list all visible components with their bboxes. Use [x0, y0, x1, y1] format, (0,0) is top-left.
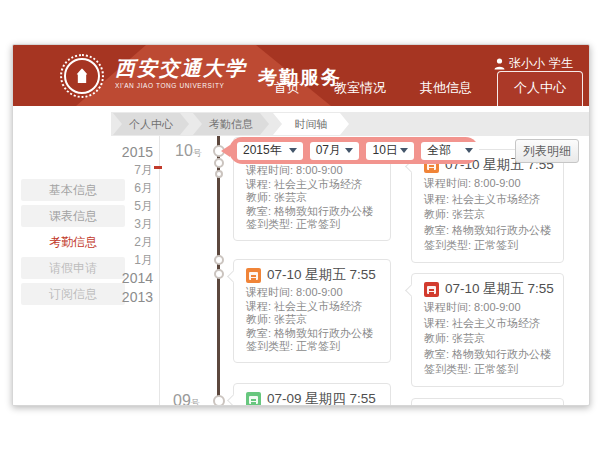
- card-date: 07-09 星期四 7:55: [267, 390, 376, 406]
- breadcrumb-timeline[interactable]: 时间轴: [273, 113, 349, 135]
- user-icon: [494, 58, 505, 70]
- user-account[interactable]: 张小小 学生: [494, 55, 573, 72]
- chevron-down-icon: [465, 148, 473, 153]
- nav-item-home[interactable]: 首页: [257, 79, 317, 106]
- timeline-nav-february[interactable]: 2月: [73, 234, 153, 251]
- chevron-down-icon: [289, 148, 297, 153]
- timeline-nav-may[interactable]: 5月: [73, 198, 153, 215]
- day-label-10: 10号: [175, 142, 202, 160]
- attendance-card-row2-left: 07-10 星期五 7:55 课程时间: 8:00-9:00 课程: 社会主义市…: [233, 259, 391, 363]
- card-field-course-time: 课程时间: 8:00-9:00: [424, 300, 551, 316]
- breadcrumb: 个人中心 考勤信息 时间轴: [111, 112, 589, 136]
- attendance-card-row2-right: 07-10 星期五 7:55 课程时间: 8:00-9:00 课程: 社会主义市…: [411, 273, 564, 387]
- university-name-cn: 西安交通大学: [115, 56, 247, 80]
- card-pointer: [227, 270, 240, 283]
- card-field-course-time: 课程时间: 8:00-9:00: [424, 176, 551, 192]
- filter-bar-pointer: [221, 145, 230, 157]
- university-name-en: XI'AN JIAO TONG UNIVERSITY: [115, 82, 247, 89]
- timeline-nav-2014[interactable]: 2014: [73, 270, 153, 286]
- user-role: 学生: [549, 55, 573, 72]
- card-field-course: 课程: 社会主义市场经济: [424, 316, 551, 332]
- timeline-node: [214, 158, 224, 168]
- card-pointer: [227, 394, 240, 406]
- timeline-node: [213, 395, 225, 406]
- timeline-node: [215, 170, 223, 178]
- card-field-course-time: 课程时间: 8:00-9:00: [246, 164, 378, 178]
- list-detail-button[interactable]: 列表明细: [515, 139, 579, 163]
- timeline-nav-2013[interactable]: 2013: [73, 289, 153, 305]
- breadcrumb-attendance-info[interactable]: 考勤信息: [193, 113, 269, 135]
- card-field-classroom: 教室: 格物致知行政办公楼: [424, 223, 551, 239]
- attendance-status-icon: [246, 268, 261, 283]
- chevron-down-icon: [400, 148, 408, 153]
- day-dropdown[interactable]: 10日: [366, 142, 414, 160]
- timeline-nav-july[interactable]: 7月: [73, 162, 153, 179]
- nav-item-classrooms[interactable]: 教室情况: [317, 79, 403, 106]
- type-dropdown[interactable]: 全部: [421, 142, 479, 160]
- user-name: 张小小: [509, 55, 545, 72]
- card-field-teacher: 教师: 张芸京: [246, 313, 378, 327]
- card-field-checkin-type: 签到类型: 正常签到: [424, 238, 551, 254]
- card-field-teacher: 教师: 张芸京: [246, 191, 378, 205]
- timeline-node: [214, 269, 224, 279]
- card-field-teacher: 教师: 张芸京: [424, 331, 551, 347]
- card-field-course: 课程: 社会主义市场经济: [424, 192, 551, 208]
- attendance-status-icon: [424, 282, 439, 297]
- chevron-down-icon: [345, 148, 353, 153]
- card-field-classroom: 教室: 格物致知行政办公楼: [246, 205, 378, 219]
- card-field-checkin-type: 签到类型: 正常签到: [246, 218, 378, 232]
- card-field-course: 课程: 社会主义市场经济: [246, 300, 378, 314]
- day-label-09: 09号: [173, 392, 200, 406]
- timeline-nav-march[interactable]: 3月: [73, 216, 153, 233]
- breadcrumb-personal-center[interactable]: 个人中心: [113, 113, 189, 135]
- card-field-teacher: 教师: 张芸京: [424, 207, 551, 223]
- card-date: 07-10 星期五 7:55: [445, 280, 554, 298]
- card-field-classroom: 教室: 格物致知行政办公楼: [424, 347, 551, 363]
- nav-tab-personal-center[interactable]: 个人中心: [497, 71, 583, 106]
- card-field-classroom: 教室: 格物致知行政办公楼: [246, 327, 378, 341]
- timeline-nav-june[interactable]: 6月: [73, 180, 153, 197]
- timeline-nav-divider: [159, 136, 160, 405]
- attendance-card-row1-right: 07-10 星期五 7:55 课程时间: 8:00-9:00 课程: 社会主义市…: [411, 149, 564, 263]
- card-field-checkin-type: 签到类型: 正常签到: [246, 340, 378, 354]
- nav-item-other-info[interactable]: 其他信息: [403, 79, 489, 106]
- university-logo-icon: [60, 54, 104, 98]
- card-date: 07-10 星期五 7:55: [267, 266, 376, 284]
- main-nav: 首页 教室情况 其他信息 个人中心: [257, 71, 587, 106]
- year-dropdown[interactable]: 2015年: [237, 142, 303, 160]
- timeline-node: [214, 255, 224, 265]
- filter-bar: 2015年 07月 10日 全部: [229, 137, 479, 164]
- card-field-course-time: 课程时间: 8:00-9:00: [246, 286, 378, 300]
- timeline-nav-2015[interactable]: 2015: [73, 144, 153, 160]
- university-name-block: 西安交通大学 XI'AN JIAO TONG UNIVERSITY: [115, 56, 247, 89]
- app-header: 西安交通大学 XI'AN JIAO TONG UNIVERSITY 考勤服务 张…: [13, 45, 589, 106]
- card-pointer: [405, 284, 418, 297]
- timeline-nav-january[interactable]: 1月: [73, 252, 153, 269]
- current-month-marker: [154, 166, 162, 169]
- card-field-course: 课程: 社会主义市场经济: [246, 178, 378, 192]
- month-dropdown[interactable]: 07月: [310, 142, 360, 160]
- card-field-checkin-type: 签到类型: 正常签到: [424, 362, 551, 378]
- attendance-card-row3-right: [411, 398, 564, 406]
- attendance-card-row3-left: 07-09 星期四 7:55: [233, 383, 391, 406]
- app-window: 西安交通大学 XI'AN JIAO TONG UNIVERSITY 考勤服务 张…: [12, 44, 590, 406]
- attendance-status-icon: [246, 392, 261, 407]
- page-background: 西安交通大学 XI'AN JIAO TONG UNIVERSITY 考勤服务 张…: [0, 0, 600, 450]
